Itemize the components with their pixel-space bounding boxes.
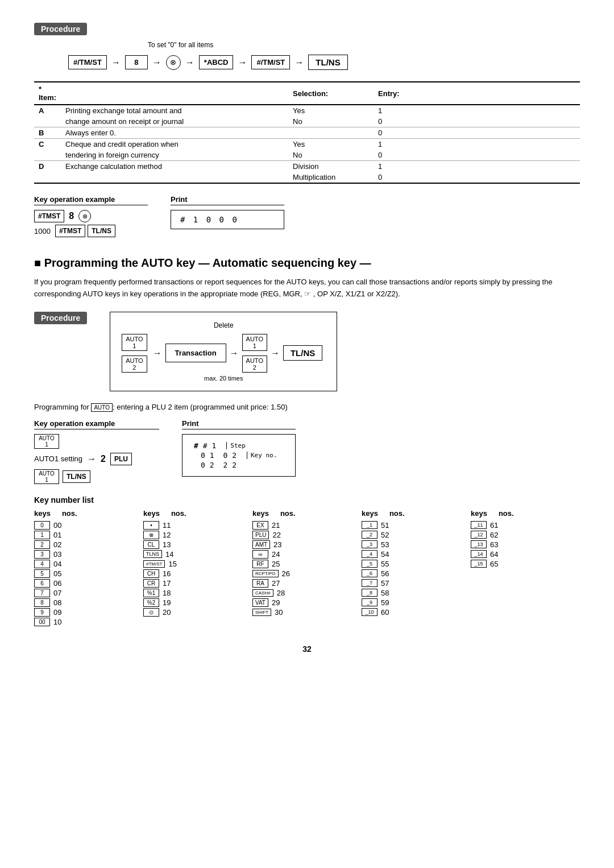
key-icon: SHIFT — [252, 609, 271, 616]
items-table: * Item: Selection: Entry: A Printing exc… — [34, 81, 580, 184]
auto-kp-content: AUTO1 AUTO1 setting → 2 PLU AUTO1 TL/NS — [34, 434, 159, 484]
list-item: _959 — [362, 598, 471, 607]
key-icon: 1 — [34, 531, 50, 539]
key-seq-1: #TMST 8 ⊗ — [34, 210, 148, 222]
list-item: 101 — [34, 531, 143, 539]
num-val: 64 — [490, 550, 504, 559]
key-icon: CH — [143, 569, 159, 578]
num-val: 29 — [272, 598, 285, 607]
key-icon: ∞ — [252, 550, 268, 559]
keyno-label: Key no. — [247, 452, 277, 459]
num-val: 57 — [381, 579, 395, 588]
auto-print-col: Print # # 1 Step 0 1 0 2 Key no. 0 2 2 2 — [182, 419, 296, 477]
num-val: 55 — [381, 560, 395, 568]
num-val: 28 — [277, 589, 291, 597]
key-icon: 8 — [34, 598, 50, 607]
num-val: 05 — [53, 569, 67, 578]
item-a-sel1: Yes — [288, 105, 374, 116]
col3-header: keys nos. — [252, 509, 362, 519]
key-icon: EX — [252, 521, 268, 530]
item-c-desc1: Cheque and credit operation when — [61, 139, 288, 150]
key-icon: _12 — [471, 531, 487, 539]
key-num-title: Key number list — [34, 495, 580, 505]
key-num-col-3: keys nos. EX21 PLU22 AMT23 ∞24 RF25 RCPT… — [252, 509, 362, 627]
arrow-auto-right: → — [230, 348, 239, 358]
key-icon: 5 — [34, 569, 50, 578]
item-a-entry1: 1 — [374, 105, 580, 116]
auto-icon-note: AUTO — [91, 403, 113, 412]
key-tlns-2: TL/NS — [283, 345, 322, 361]
table-row: Multiplication 0 — [34, 172, 580, 183]
list-item: _454 — [362, 550, 471, 559]
item-c-label2 — [34, 150, 61, 161]
num-val: 08 — [53, 598, 67, 607]
num-val: 11 — [163, 521, 176, 530]
key-icon: 7 — [34, 589, 50, 597]
list-item: CH16 — [143, 569, 252, 578]
print-value: # 1 0 0 0 — [171, 210, 284, 229]
num-val: 22 — [272, 531, 286, 539]
key-icon: PLU — [252, 531, 269, 539]
key-icon: _9 — [362, 598, 377, 606]
auto-print-title: Print — [182, 419, 296, 429]
num-val: 53 — [381, 540, 395, 549]
item-a-label2 — [34, 116, 61, 127]
transaction-box: Transaction — [165, 344, 226, 362]
list-item: _1060 — [362, 608, 471, 617]
auto-right-stack: AUTO1 AUTO2 — [242, 334, 267, 373]
list-item: EX21 — [252, 521, 362, 530]
num-val: 54 — [381, 550, 395, 559]
auto1-left: AUTO1 — [122, 334, 147, 351]
item-d-entry1: 1 — [374, 161, 580, 172]
list-item: CL13 — [143, 540, 252, 549]
num-val: 09 — [53, 608, 67, 617]
num-val: 25 — [272, 560, 285, 568]
key-abcd: *ABCD — [199, 55, 234, 69]
num-val: 56 — [381, 569, 395, 578]
key-icon: CL — [143, 540, 159, 549]
num-val: 58 — [381, 589, 395, 597]
list-item: _555 — [362, 560, 471, 568]
list-item: 404 — [34, 560, 143, 568]
list-item: 202 — [34, 540, 143, 549]
item-a-desc2: change amount on receipt or journal — [61, 116, 288, 127]
max-times: max. 20 times — [122, 375, 325, 382]
key-otimes-sm: ⊗ — [78, 210, 91, 222]
key-num-col-4: keys nos. _151 _252 _353 _454 _555 _656 … — [362, 509, 471, 627]
key-tlns-1: TL/NS — [308, 55, 347, 70]
key-icon: • — [143, 521, 159, 530]
auto1-setting-label: AUTO1 setting — [34, 454, 82, 463]
num-1000: 1000 — [34, 227, 51, 235]
num-val: 04 — [53, 560, 67, 568]
key-icon: _15 — [471, 560, 487, 568]
key-icon: _13 — [471, 540, 487, 548]
key-icon: 4 — [34, 560, 50, 568]
key-icon: 2 — [34, 540, 50, 549]
arrow-2: → — [152, 57, 161, 68]
print-val2a: 0 1 — [201, 451, 214, 460]
num-val: 30 — [275, 608, 288, 617]
num-val: 07 — [53, 589, 67, 597]
list-item: _1464 — [471, 550, 580, 559]
num-val: 62 — [490, 531, 504, 539]
list-item: 707 — [34, 589, 143, 597]
key-icon: _7 — [362, 579, 377, 587]
auto2-left: AUTO2 — [122, 356, 147, 373]
key-num-col-2: keys nos. •11 ⊗12 CL13 TLNS14 #TM/ST15 C… — [143, 509, 252, 627]
key-seq-2: 1000 #TMST TL/NS — [34, 225, 148, 237]
auto1-kp: AUTO1 — [34, 434, 59, 449]
key-icon: _14 — [471, 550, 487, 558]
arrow-5: → — [294, 57, 304, 68]
list-item: _656 — [362, 569, 471, 578]
key-tlns-sm: TL/NS — [88, 225, 115, 237]
list-item: 808 — [34, 598, 143, 607]
item-b-sel1 — [288, 127, 374, 139]
print-val1: # 1 — [203, 441, 216, 450]
section2-desc: If you program frequently performed tran… — [34, 276, 580, 300]
prog-note: Programming for AUTO; entering a PLU 2 i… — [34, 403, 580, 411]
key-icon: _11 — [471, 521, 487, 529]
list-item: _1363 — [471, 540, 580, 549]
item-b-desc1: Always enter 0. — [61, 127, 288, 139]
list-item: 303 — [34, 550, 143, 559]
arrow-auto-left: → — [153, 348, 162, 358]
